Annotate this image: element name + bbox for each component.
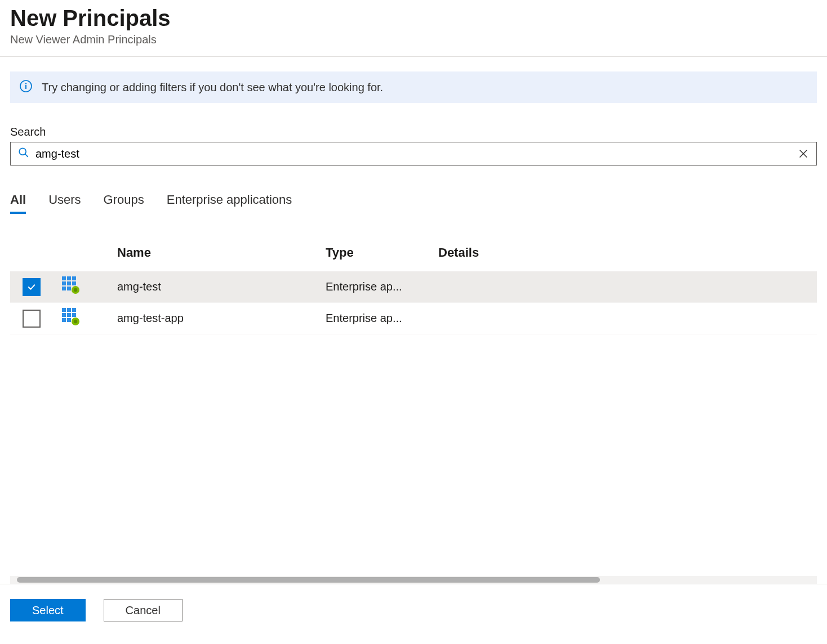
scrollbar-thumb[interactable] [17, 577, 600, 583]
tab-users[interactable]: Users [48, 193, 81, 214]
svg-rect-13 [62, 287, 66, 290]
column-header-type[interactable]: Type [326, 245, 438, 260]
svg-line-4 [25, 154, 28, 157]
svg-rect-14 [67, 287, 71, 290]
tab-all[interactable]: All [10, 193, 26, 214]
svg-point-1 [25, 83, 26, 84]
row-type: Enterprise ap... [326, 280, 438, 293]
svg-rect-12 [72, 281, 76, 285]
table-row[interactable]: amg-test Enterprise ap... [10, 271, 817, 303]
tab-groups[interactable]: Groups [104, 193, 144, 214]
enterprise-app-icon [61, 275, 81, 298]
row-name: amg-test [117, 280, 326, 293]
tab-enterprise-applications[interactable]: Enterprise applications [167, 193, 292, 214]
svg-rect-8 [67, 276, 71, 280]
svg-rect-20 [62, 313, 66, 317]
table-header: Name Type Details [10, 245, 817, 271]
results-table: Name Type Details [10, 245, 817, 584]
svg-rect-23 [62, 318, 66, 322]
panel-header: New Principals New Viewer Admin Principa… [0, 0, 827, 57]
row-checkbox[interactable] [23, 278, 41, 296]
table-row[interactable]: amg-test-app Enterprise ap... [10, 303, 817, 334]
svg-rect-17 [62, 308, 66, 312]
row-checkbox[interactable] [23, 310, 41, 328]
row-type: Enterprise ap... [326, 312, 438, 325]
footer-actions: Select Cancel [0, 584, 827, 644]
info-banner-text: Try changing or adding filters if you do… [42, 81, 383, 94]
search-box[interactable] [10, 142, 817, 166]
svg-rect-7 [62, 276, 66, 280]
cancel-button[interactable]: Cancel [104, 599, 183, 621]
svg-rect-18 [67, 308, 71, 312]
enterprise-app-icon [61, 307, 81, 330]
column-header-name[interactable]: Name [117, 245, 326, 260]
filter-tabs: All Users Groups Enterprise applications [10, 193, 817, 214]
svg-rect-24 [67, 318, 71, 322]
row-name: amg-test-app [117, 312, 326, 325]
svg-point-16 [74, 288, 77, 292]
svg-rect-19 [72, 308, 76, 312]
column-header-details[interactable]: Details [438, 245, 817, 260]
info-icon [19, 79, 33, 95]
svg-rect-10 [62, 281, 66, 285]
search-label: Search [10, 126, 817, 138]
info-banner: Try changing or adding filters if you do… [10, 71, 817, 103]
svg-rect-21 [67, 313, 71, 317]
svg-rect-11 [67, 281, 71, 285]
clear-search-icon[interactable] [797, 147, 810, 160]
search-input[interactable] [30, 147, 797, 160]
page-title: New Principals [10, 6, 817, 31]
svg-point-26 [74, 320, 77, 323]
svg-rect-9 [72, 276, 76, 280]
svg-rect-2 [25, 85, 26, 89]
search-icon [17, 146, 30, 161]
svg-rect-22 [72, 313, 76, 317]
page-subtitle: New Viewer Admin Principals [10, 33, 817, 46]
select-button[interactable]: Select [10, 599, 86, 621]
horizontal-scrollbar[interactable] [10, 576, 817, 584]
